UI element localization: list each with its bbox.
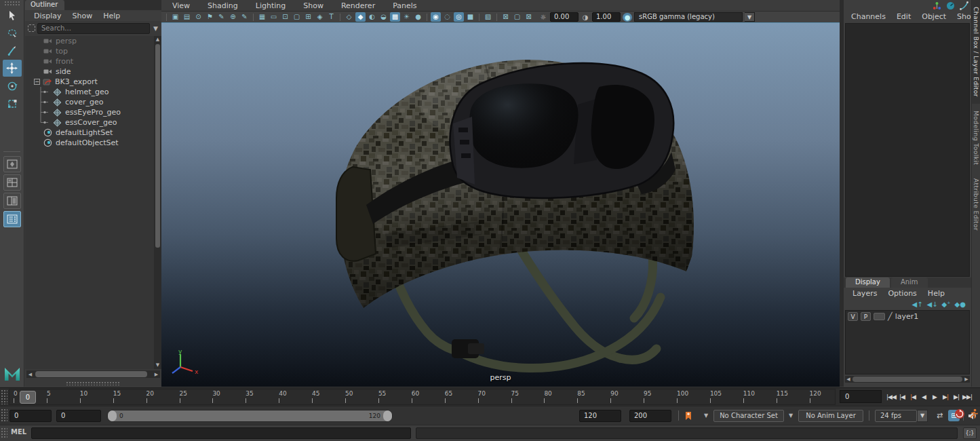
toolbox-grip[interactable] <box>4 1 20 6</box>
outliner-item-side[interactable]: side <box>25 66 154 77</box>
range-start-handle[interactable] <box>108 410 117 421</box>
isolate-select-icon[interactable]: ▧ <box>483 12 493 22</box>
play-backwards-button[interactable]: ◀ <box>918 394 929 400</box>
field-chart-icon[interactable]: ⊞ <box>303 12 313 22</box>
layer-color-swatch[interactable] <box>874 313 885 320</box>
play-forward-button[interactable]: ▶ <box>929 394 940 400</box>
current-frame-field[interactable]: 0 <box>840 390 882 403</box>
film-gate-icon[interactable]: ▭ <box>269 12 279 22</box>
anti-alias-icon[interactable]: ◎ <box>454 12 464 22</box>
viewport-menu-lighting[interactable]: Lighting <box>251 1 290 10</box>
wireframe-icon[interactable]: ◇ <box>344 12 354 22</box>
character-set-dropdown[interactable]: No Character Set <box>713 410 784 422</box>
command-input[interactable] <box>31 427 411 439</box>
textured-icon[interactable]: ◐ <box>367 12 377 22</box>
go-to-end-button[interactable]: ▶▶| <box>962 394 973 400</box>
search-options-dropdown-icon[interactable]: ▼ <box>152 25 159 32</box>
range-slider-grip[interactable] <box>1 408 7 423</box>
layer-editor-menu-options[interactable]: Options <box>883 289 921 298</box>
viewport-menu-show[interactable]: Show <box>298 1 328 10</box>
layer-editor-menu-help[interactable]: Help <box>923 289 949 298</box>
outliner-search-input[interactable]: Search... <box>37 23 150 34</box>
outliner-item-bk3-export[interactable]: −BK3_export <box>25 77 154 87</box>
safe-title-icon[interactable]: T <box>326 12 336 22</box>
grid-icon[interactable]: ▦ <box>257 12 267 22</box>
select-tool[interactable] <box>3 7 22 24</box>
animation-preferences-icon[interactable] <box>969 408 979 421</box>
outliner-item-cover-geo[interactable]: cover_geo <box>25 97 154 107</box>
layer-editor-menu-layers[interactable]: Layers <box>848 289 882 298</box>
channel-box-menu-object[interactable]: Object <box>917 12 951 21</box>
colorspace-caret-icon[interactable]: ▼ <box>745 12 755 22</box>
filter-icon[interactable] <box>28 24 35 32</box>
script-editor-icon[interactable]: {;} <box>963 427 977 439</box>
image-plane-icon[interactable]: ⊠ <box>524 12 534 22</box>
gamma-field[interactable]: 1.00 <box>592 12 621 22</box>
outliner-item-esscover-geo[interactable]: essCover_geo <box>25 117 154 128</box>
expand-toggle-icon[interactable]: − <box>34 79 40 85</box>
playback-end-field[interactable]: 120 <box>579 410 621 422</box>
step-back-frame-button[interactable]: |◀ <box>897 394 907 400</box>
outliner-menu-help[interactable]: Help <box>98 12 125 20</box>
right-tab-attribute-editor[interactable]: Attribute Editor <box>972 172 980 237</box>
outliner-item-helmet-geo[interactable]: helmet_geo <box>25 87 154 97</box>
outliner-item-esseyepro-geo[interactable]: essEyePro_geo <box>25 107 154 117</box>
resolution-gate-icon[interactable]: ⊡ <box>280 12 290 22</box>
range-slider-track[interactable]: 0 120 <box>108 410 392 421</box>
graybox-icon[interactable]: ■ <box>465 12 475 22</box>
viewport-camera-icon[interactable]: ▣ <box>170 12 180 22</box>
layout-two-pane-button[interactable] <box>3 193 21 209</box>
layout-single-pane-button[interactable] <box>3 156 21 172</box>
outliner-item-defaultobjectset[interactable]: defaultObjectSet <box>25 138 154 148</box>
panel-resize-grip[interactable] <box>66 381 121 385</box>
safe-action-icon[interactable]: ◈ <box>315 12 325 22</box>
grease-pencil-icon[interactable]: ✎ <box>216 12 227 22</box>
scroll-up-icon[interactable]: ▲ <box>154 36 161 43</box>
tab-anim[interactable]: Anim <box>891 277 928 288</box>
pane-maximize-icon[interactable]: ▢ <box>512 12 522 22</box>
anim-layer-caret-icon[interactable]: ▼ <box>789 413 793 419</box>
move-layer-up-icon[interactable]: ◀↑ <box>912 301 922 308</box>
occlusion-icon[interactable]: ◉ <box>431 12 441 22</box>
shadows-icon[interactable]: ● <box>413 12 423 22</box>
fps-caret-icon[interactable]: ▼ <box>917 410 928 422</box>
playback-start-field[interactable]: 0 <box>56 410 101 422</box>
outliner-vertical-scrollbar[interactable]: ▲ ▼ <box>154 36 161 369</box>
anim-layer-dropdown[interactable]: No Anim Layer <box>798 410 863 422</box>
layer-editor-scrollbar[interactable]: ◀ ▶ <box>845 376 970 383</box>
outliner-menu-display[interactable]: Display <box>29 12 66 20</box>
animation-end-field[interactable]: 200 <box>629 410 671 422</box>
timeline-playhead[interactable]: 0 <box>20 391 36 404</box>
rotate-tool[interactable] <box>3 77 22 94</box>
tab-display[interactable]: Display <box>846 277 890 288</box>
scrollbar-thumb[interactable] <box>852 377 962 382</box>
right-tab-channel-box-layer-editor[interactable]: Channel Box / Layer Editor <box>972 0 980 104</box>
viewport-menu-shading[interactable]: Shading <box>203 1 243 10</box>
bookmark-icon[interactable]: ⚑ <box>205 12 215 22</box>
smooth-shade-icon[interactable]: ◆ <box>355 12 366 22</box>
camera-settings-icon[interactable]: ⊙ <box>193 12 203 22</box>
material-icon[interactable]: ◒ <box>378 12 389 22</box>
channel-hyperbolic-icon[interactable] <box>960 1 968 10</box>
paint-select-tool[interactable] <box>3 42 22 59</box>
layout-outliner-persp-button[interactable] <box>3 211 21 227</box>
scale-tool[interactable] <box>3 95 22 112</box>
move-tool[interactable] <box>3 60 22 77</box>
layout-four-pane-button[interactable] <box>3 174 21 191</box>
outliner-menu-show[interactable]: Show <box>68 12 98 20</box>
outliner-horizontal-scrollbar[interactable]: ◀ ▶ <box>26 370 160 378</box>
scroll-down-icon[interactable]: ▼ <box>154 362 161 369</box>
channel-box-menu-edit[interactable]: Edit <box>892 12 916 21</box>
lock-camera-icon[interactable]: ▤ <box>182 12 192 22</box>
scroll-left-icon[interactable]: ◀ <box>26 372 34 377</box>
command-language-toggle[interactable]: MEL <box>11 428 26 436</box>
layer-playback-toggle[interactable]: P <box>861 312 871 321</box>
create-bookmark-icon[interactable] <box>683 410 694 421</box>
pan-zoom-icon[interactable]: ⊕ <box>228 12 238 22</box>
scrollbar-thumb[interactable] <box>35 371 147 377</box>
playback-loop-icon[interactable]: ⇄ <box>934 410 945 421</box>
marking-pencil-icon[interactable]: ✎ <box>239 12 250 22</box>
animation-start-field[interactable]: 0 <box>9 410 52 422</box>
layer-name[interactable]: layer1 <box>895 312 919 321</box>
channel-box-menu-channels[interactable]: Channels <box>846 12 890 21</box>
